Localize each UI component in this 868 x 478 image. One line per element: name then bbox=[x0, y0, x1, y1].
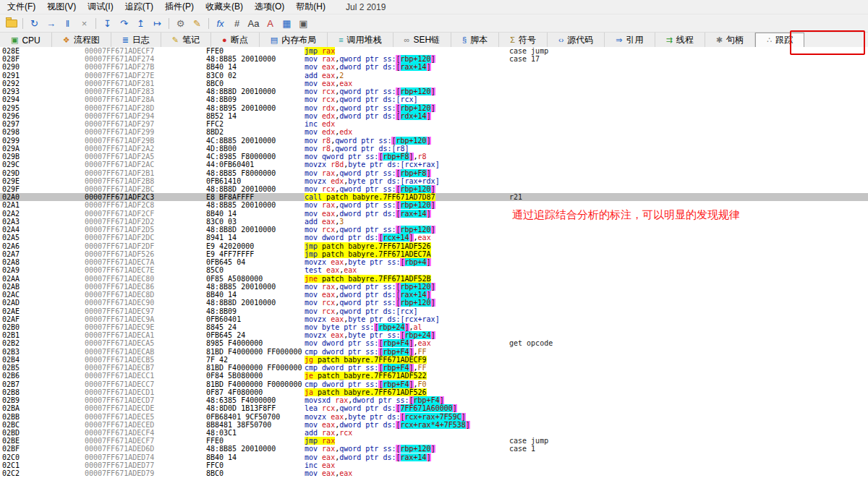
table-row[interactable]: 02BB00007FF671ADECE50FB68401 9CF50700mov… bbox=[0, 413, 868, 421]
references-icon: ⇒ bbox=[616, 36, 622, 44]
table-row[interactable]: 02AC00007FF671ADEC8D8B40 14mov eax,dword… bbox=[0, 291, 868, 299]
table-row[interactable]: 029D00007FF671ADF2B148:8B85 F8000000mov … bbox=[0, 169, 868, 177]
table-row[interactable]: 02A900007FF671ADEC7E85C0test eax,eax bbox=[0, 266, 868, 274]
handles-icon: ✱ bbox=[716, 36, 723, 44]
table-row[interactable]: 029F00007FF671ADF2BC48:8B8D 20010000mov … bbox=[0, 185, 868, 193]
table-row[interactable]: 02B200007FF671ADECA58985 F4000000mov dwo… bbox=[0, 339, 868, 347]
tab-graph[interactable]: ❖流程图 bbox=[52, 33, 111, 48]
table-row[interactable]: 029400007FF671ADF28A48:8B09mov rcx,qword… bbox=[0, 95, 868, 103]
disasm-token: rax bbox=[322, 429, 335, 437]
table-row[interactable]: 02A700007FF671ADF526E9 4FF7FFFFjmp patch… bbox=[0, 250, 868, 258]
table-row[interactable]: 029E00007FF671ADF2B80FB61410movzx edx,by… bbox=[0, 177, 868, 185]
table-row[interactable]: 02AD00007FF671ADEC9048:8B8D 20010000mov … bbox=[0, 299, 868, 307]
table-row[interactable]: 029000007FF671ADF27B8B40 14mov eax,dword… bbox=[0, 63, 868, 71]
settings-gear-icon[interactable]: ⚙ bbox=[172, 16, 189, 30]
table-row[interactable]: 029300007FF671ADF28348:8B8D 20010000mov … bbox=[0, 88, 868, 95]
menu-item-plugins[interactable]: 插件(P) bbox=[159, 0, 200, 14]
table-row[interactable]: 02A000007FF671ADF2C3E8 BF8AFFFFcall patc… bbox=[0, 193, 868, 201]
table-row[interactable]: 029700007FF671ADF297FFC2inc edx bbox=[0, 120, 868, 128]
disasm-token: edx bbox=[322, 112, 335, 120]
table-row[interactable]: 02AE00007FF671ADEC9748:8B09mov rcx,qword… bbox=[0, 307, 868, 315]
table-row[interactable]: 02B400007FF671ADECB57F 42jg patch_babyre… bbox=[0, 356, 868, 364]
tab-memory-map[interactable]: ▤内存布局 bbox=[260, 33, 328, 48]
tab-handles[interactable]: ✱句柄 bbox=[705, 33, 755, 48]
pencil-icon[interactable]: ✎ bbox=[189, 16, 205, 30]
table-row[interactable]: 02B000007FF671ADEC9E8845 24mov byte ptr … bbox=[0, 323, 868, 331]
table-row[interactable]: 02C200007FF671ADED798BC0mov eax,eax bbox=[0, 469, 868, 477]
table-row[interactable]: 02A600007FF671ADF2DFE9 42020000jmp patch… bbox=[0, 242, 868, 250]
table-row[interactable]: 02BC00007FF671ADECED8B8481 38F50700mov e… bbox=[0, 421, 868, 429]
table-row[interactable]: 029200007FF671ADF2818BC0mov eax,eax bbox=[0, 80, 868, 88]
disasm-token: rbp+F8 bbox=[383, 153, 409, 161]
table-row[interactable]: 02BF00007FF671ADED6D48:8B85 20010000mov … bbox=[0, 445, 868, 453]
tab-call-stack[interactable]: ≡调用堆栈 bbox=[328, 33, 393, 48]
menu-item-options[interactable]: 选项(O) bbox=[249, 0, 290, 14]
table-row[interactable]: 02AB00007FF671ADEC8648:8B85 20010000mov … bbox=[0, 283, 868, 291]
table-row[interactable]: 02BE00007FF671ADECF7FFE0jmp raxcase jump bbox=[0, 437, 868, 445]
menu-item-file[interactable]: 文件(F) bbox=[1, 0, 41, 14]
table-row[interactable]: 029A00007FF671ADF2A24D:8B00mov r8,qword … bbox=[0, 145, 868, 153]
tab-breakpoints[interactable]: ●断点 bbox=[211, 33, 260, 48]
menu-item-help[interactable]: 帮助(H) bbox=[290, 0, 331, 14]
trace-address-cell: 00007FF671ADECE5 bbox=[85, 413, 206, 421]
menu-item-tracing[interactable]: 追踪(T) bbox=[119, 0, 159, 14]
window-icon[interactable]: ▣ bbox=[295, 16, 312, 30]
table-row[interactable]: 02B900007FF671ADECD748:6385 F4000000movs… bbox=[0, 396, 868, 404]
table-row[interactable]: 02B800007FF671ADECD10F87 4F080000ja patc… bbox=[0, 388, 868, 396]
tab-threads[interactable]: ⇉线程 bbox=[655, 33, 705, 48]
step-over-icon[interactable]: ↷ bbox=[116, 16, 132, 30]
table-row[interactable]: 02A500007FF671ADF2DC8941 14mov dword ptr… bbox=[0, 234, 868, 242]
step-out-icon[interactable]: ↥ bbox=[132, 16, 149, 30]
table-row[interactable]: 02A400007FF671ADF2D548:8B8D 20010000mov … bbox=[0, 226, 868, 234]
table-row[interactable]: 029C00007FF671ADF2AC44:0FB60401movzx r8d… bbox=[0, 161, 868, 168]
step-into-icon[interactable]: ↧ bbox=[99, 16, 116, 30]
tab-notes[interactable]: ✎笔记 bbox=[161, 33, 211, 48]
open-file-icon[interactable] bbox=[3, 16, 20, 30]
tab-source[interactable]: ‹›源代码 bbox=[548, 33, 605, 48]
tab-cpu[interactable]: ▣CPU bbox=[0, 33, 52, 48]
tab-log[interactable]: ≣日志 bbox=[111, 33, 161, 48]
table-row[interactable]: 02C000007FF671ADED748B40 14mov eax,dword… bbox=[0, 453, 868, 461]
run-icon[interactable]: → bbox=[43, 16, 59, 30]
tab-seh[interactable]: ∞SEH链 bbox=[393, 33, 452, 48]
tab-references[interactable]: ⇒引用 bbox=[605, 33, 655, 48]
tab-script[interactable]: §脚本 bbox=[451, 33, 499, 48]
memory-grid-icon[interactable]: ▦ bbox=[278, 16, 295, 30]
menu-item-view[interactable]: 视图(V) bbox=[41, 0, 82, 14]
table-row[interactable]: 02BD00007FF671ADECF448:03C1add rax,rcx bbox=[0, 429, 868, 437]
table-row[interactable]: 029800007FF671ADF2998BD2mov edx,edx bbox=[0, 128, 868, 136]
hash-icon[interactable]: # bbox=[229, 16, 245, 30]
table-row[interactable]: 02BA00007FF671ADECDE48:8D0D 1B13F8FFlea … bbox=[0, 404, 868, 412]
table-row[interactable]: 02C100007FF671ADED77FFC0inc eax bbox=[0, 461, 868, 469]
table-row[interactable]: 029500007FF671ADF28D48:8B95 20010000mov … bbox=[0, 104, 868, 112]
table-row[interactable]: 02A800007FF671ADEC7A0FB645 04movzx eax,b… bbox=[0, 258, 868, 266]
execute-till-return-icon[interactable]: ↦ bbox=[149, 16, 166, 30]
tab-symbols[interactable]: Σ符号 bbox=[499, 33, 548, 48]
trace-comment-cell bbox=[509, 388, 868, 396]
table-row[interactable]: 029600007FF671ADF2948B52 14mov edx,dword… bbox=[0, 112, 868, 120]
table-row[interactable]: 028F00007FF671ADF27448:8B85 20010000mov … bbox=[0, 55, 868, 63]
table-row[interactable]: 02AF00007FF671ADEC9A0FB60401movzx eax,by… bbox=[0, 315, 868, 323]
table-row[interactable]: 02B600007FF671ADECC10F84 5B080000je patc… bbox=[0, 372, 868, 380]
font-icon[interactable]: Aa bbox=[245, 16, 262, 30]
menu-item-debug[interactable]: 调试(I) bbox=[82, 0, 119, 14]
highlight-icon[interactable]: A bbox=[262, 16, 278, 30]
table-row[interactable]: 029B00007FF671ADF2A54C:8985 F8000000mov … bbox=[0, 153, 868, 161]
restart-icon[interactable]: ↻ bbox=[26, 16, 43, 30]
table-row[interactable]: 02B500007FF671ADECB781BD F4000000 FF0000… bbox=[0, 364, 868, 372]
table-row[interactable]: 029900007FF671ADF29B4C:8B85 20010000mov … bbox=[0, 137, 868, 145]
table-row[interactable]: 02B300007FF671ADECAB81BD F4000000 FF0000… bbox=[0, 348, 868, 356]
trace-disasm-cell: mov edx,edx bbox=[305, 128, 509, 136]
table-row[interactable]: 02AA00007FF671ADEC800F85 A5080000jne pat… bbox=[0, 275, 868, 283]
trace-index-cell: 02B2 bbox=[0, 339, 85, 347]
disasm-token: rcx bbox=[322, 95, 335, 103]
menu-item-favourites[interactable]: 收藏夹(B) bbox=[200, 0, 249, 14]
table-row[interactable]: 029100007FF671ADF27E83C0 02add eax,2 bbox=[0, 72, 868, 80]
table-row[interactable]: 02B700007FF671ADECC781BD F4000000 F00000… bbox=[0, 380, 868, 388]
disasm-token: rbp+4 bbox=[405, 258, 427, 266]
fx-functions-icon[interactable]: fx bbox=[212, 16, 229, 30]
close-icon[interactable]: × bbox=[76, 16, 93, 30]
table-row[interactable]: 028E00007FF671ADECF7FFE0jmp raxcase jump bbox=[0, 47, 868, 55]
pause-icon[interactable]: ‖ bbox=[59, 16, 76, 30]
table-row[interactable]: 02B100007FF671ADECA10FB645 24movzx eax,b… bbox=[0, 331, 868, 339]
